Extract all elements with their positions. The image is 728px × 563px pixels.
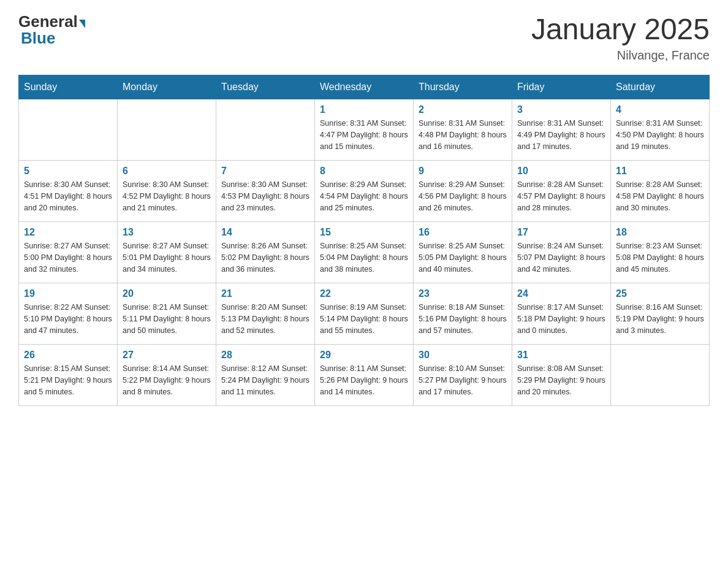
day-number: 28 — [221, 350, 309, 361]
header-cell-monday: Monday — [118, 75, 216, 99]
day-number: 2 — [419, 104, 507, 115]
day-number: 8 — [320, 166, 408, 177]
day-info: Sunrise: 8:23 AM Sunset: 5:08 PM Dayligh… — [616, 240, 704, 275]
day-cell: 24Sunrise: 8:17 AM Sunset: 5:18 PM Dayli… — [512, 283, 611, 345]
day-info: Sunrise: 8:29 AM Sunset: 4:54 PM Dayligh… — [320, 179, 408, 213]
day-number: 1 — [320, 104, 408, 115]
day-number: 29 — [320, 350, 408, 361]
day-info: Sunrise: 8:27 AM Sunset: 5:00 PM Dayligh… — [24, 240, 112, 275]
calendar-title: January 2025 — [531, 12, 710, 46]
day-info: Sunrise: 8:26 AM Sunset: 5:02 PM Dayligh… — [221, 240, 309, 275]
day-cell: 30Sunrise: 8:10 AM Sunset: 5:27 PM Dayli… — [414, 345, 512, 406]
day-info: Sunrise: 8:15 AM Sunset: 5:21 PM Dayligh… — [24, 363, 112, 397]
day-cell: 16Sunrise: 8:25 AM Sunset: 5:05 PM Dayli… — [414, 222, 512, 283]
day-cell: 4Sunrise: 8:31 AM Sunset: 4:50 PM Daylig… — [611, 99, 710, 161]
day-cell — [118, 99, 216, 161]
day-cell: 17Sunrise: 8:24 AM Sunset: 5:07 PM Dayli… — [512, 222, 611, 283]
day-info: Sunrise: 8:22 AM Sunset: 5:10 PM Dayligh… — [24, 302, 112, 336]
day-cell: 14Sunrise: 8:26 AM Sunset: 5:02 PM Dayli… — [216, 222, 315, 283]
day-number: 17 — [517, 227, 605, 238]
day-number: 15 — [320, 227, 408, 238]
day-number: 16 — [419, 227, 507, 238]
day-info: Sunrise: 8:24 AM Sunset: 5:07 PM Dayligh… — [517, 240, 605, 275]
day-cell: 20Sunrise: 8:21 AM Sunset: 5:11 PM Dayli… — [118, 283, 216, 345]
day-number: 31 — [517, 350, 605, 361]
day-info: Sunrise: 8:11 AM Sunset: 5:26 PM Dayligh… — [320, 363, 408, 397]
day-cell — [611, 345, 710, 406]
day-number: 10 — [517, 166, 605, 177]
day-cell: 31Sunrise: 8:08 AM Sunset: 5:29 PM Dayli… — [512, 345, 611, 406]
header-cell-wednesday: Wednesday — [315, 75, 414, 99]
day-info: Sunrise: 8:08 AM Sunset: 5:29 PM Dayligh… — [517, 363, 605, 397]
day-info: Sunrise: 8:31 AM Sunset: 4:49 PM Dayligh… — [517, 118, 605, 152]
day-info: Sunrise: 8:27 AM Sunset: 5:01 PM Dayligh… — [123, 240, 211, 275]
day-cell: 23Sunrise: 8:18 AM Sunset: 5:16 PM Dayli… — [414, 283, 512, 345]
day-number: 24 — [517, 288, 605, 299]
day-cell: 8Sunrise: 8:29 AM Sunset: 4:54 PM Daylig… — [315, 161, 414, 222]
day-number: 6 — [123, 166, 211, 177]
header-cell-tuesday: Tuesday — [216, 75, 315, 99]
day-cell: 13Sunrise: 8:27 AM Sunset: 5:01 PM Dayli… — [118, 222, 216, 283]
calendar-header: SundayMondayTuesdayWednesdayThursdayFrid… — [19, 75, 710, 99]
header-row: SundayMondayTuesdayWednesdayThursdayFrid… — [19, 75, 710, 99]
day-info: Sunrise: 8:14 AM Sunset: 5:22 PM Dayligh… — [123, 363, 211, 397]
day-cell: 2Sunrise: 8:31 AM Sunset: 4:48 PM Daylig… — [414, 99, 512, 161]
day-cell — [19, 99, 118, 161]
day-cell: 3Sunrise: 8:31 AM Sunset: 4:49 PM Daylig… — [512, 99, 611, 161]
day-number: 9 — [419, 166, 507, 177]
logo-blue-text: Blue — [21, 29, 55, 47]
day-cell: 12Sunrise: 8:27 AM Sunset: 5:00 PM Dayli… — [19, 222, 118, 283]
day-number: 22 — [320, 288, 408, 299]
day-cell: 21Sunrise: 8:20 AM Sunset: 5:13 PM Dayli… — [216, 283, 315, 345]
calendar-subtitle: Nilvange, France — [531, 48, 710, 63]
week-row-5: 26Sunrise: 8:15 AM Sunset: 5:21 PM Dayli… — [19, 345, 710, 406]
day-info: Sunrise: 8:17 AM Sunset: 5:18 PM Dayligh… — [517, 302, 605, 336]
day-cell: 7Sunrise: 8:30 AM Sunset: 4:53 PM Daylig… — [216, 161, 315, 222]
day-info: Sunrise: 8:25 AM Sunset: 5:05 PM Dayligh… — [419, 240, 507, 275]
page-header: General Blue January 2025 Nilvange, Fran… — [18, 12, 710, 63]
day-number: 19 — [24, 288, 112, 299]
title-block: January 2025 Nilvange, France — [531, 12, 710, 63]
day-number: 26 — [24, 350, 112, 361]
day-number: 11 — [616, 166, 704, 177]
day-info: Sunrise: 8:31 AM Sunset: 4:48 PM Dayligh… — [419, 118, 507, 152]
day-number: 25 — [616, 288, 704, 299]
day-cell: 1Sunrise: 8:31 AM Sunset: 4:47 PM Daylig… — [315, 99, 414, 161]
calendar-table: SundayMondayTuesdayWednesdayThursdayFrid… — [18, 75, 710, 406]
header-cell-friday: Friday — [512, 75, 611, 99]
day-number: 21 — [221, 288, 309, 299]
day-cell: 22Sunrise: 8:19 AM Sunset: 5:14 PM Dayli… — [315, 283, 414, 345]
day-info: Sunrise: 8:30 AM Sunset: 4:51 PM Dayligh… — [24, 179, 112, 213]
day-cell: 11Sunrise: 8:28 AM Sunset: 4:58 PM Dayli… — [611, 161, 710, 222]
day-cell: 26Sunrise: 8:15 AM Sunset: 5:21 PM Dayli… — [19, 345, 118, 406]
day-cell: 27Sunrise: 8:14 AM Sunset: 5:22 PM Dayli… — [118, 345, 216, 406]
week-row-3: 12Sunrise: 8:27 AM Sunset: 5:00 PM Dayli… — [19, 222, 710, 283]
day-info: Sunrise: 8:10 AM Sunset: 5:27 PM Dayligh… — [419, 363, 507, 397]
day-cell: 5Sunrise: 8:30 AM Sunset: 4:51 PM Daylig… — [19, 161, 118, 222]
day-cell — [216, 99, 315, 161]
day-number: 18 — [616, 227, 704, 238]
day-info: Sunrise: 8:21 AM Sunset: 5:11 PM Dayligh… — [123, 302, 211, 336]
week-row-1: 1Sunrise: 8:31 AM Sunset: 4:47 PM Daylig… — [19, 99, 710, 161]
day-number: 12 — [24, 227, 112, 238]
day-number: 27 — [123, 350, 211, 361]
day-info: Sunrise: 8:28 AM Sunset: 4:58 PM Dayligh… — [616, 179, 704, 213]
day-cell: 25Sunrise: 8:16 AM Sunset: 5:19 PM Dayli… — [611, 283, 710, 345]
day-number: 30 — [419, 350, 507, 361]
day-number: 5 — [24, 166, 112, 177]
day-cell: 10Sunrise: 8:28 AM Sunset: 4:57 PM Dayli… — [512, 161, 611, 222]
day-cell: 19Sunrise: 8:22 AM Sunset: 5:10 PM Dayli… — [19, 283, 118, 345]
day-cell: 6Sunrise: 8:30 AM Sunset: 4:52 PM Daylig… — [118, 161, 216, 222]
week-row-4: 19Sunrise: 8:22 AM Sunset: 5:10 PM Dayli… — [19, 283, 710, 345]
day-info: Sunrise: 8:18 AM Sunset: 5:16 PM Dayligh… — [419, 302, 507, 336]
day-info: Sunrise: 8:28 AM Sunset: 4:57 PM Dayligh… — [517, 179, 605, 213]
day-info: Sunrise: 8:19 AM Sunset: 5:14 PM Dayligh… — [320, 302, 408, 336]
day-info: Sunrise: 8:29 AM Sunset: 4:56 PM Dayligh… — [419, 179, 507, 213]
day-number: 4 — [616, 104, 704, 115]
day-number: 7 — [221, 166, 309, 177]
header-cell-sunday: Sunday — [19, 75, 118, 99]
day-info: Sunrise: 8:30 AM Sunset: 4:53 PM Dayligh… — [221, 179, 309, 213]
logo-arrow-icon — [79, 20, 85, 28]
day-number: 23 — [419, 288, 507, 299]
day-cell: 28Sunrise: 8:12 AM Sunset: 5:24 PM Dayli… — [216, 345, 315, 406]
